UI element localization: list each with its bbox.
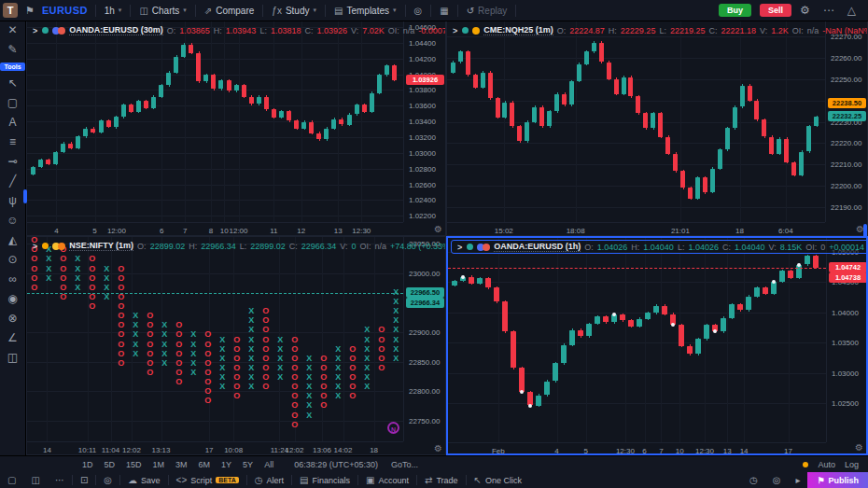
- expand-chevron-icon[interactable]: >: [457, 243, 462, 252]
- financials-button[interactable]: ▤Financials: [292, 472, 357, 488]
- axis-settings-gear-icon[interactable]: ⚙: [434, 443, 442, 453]
- cursor-tool[interactable]: ↖: [4, 77, 22, 91]
- account-button[interactable]: ▣Account: [358, 472, 416, 488]
- chart-plot[interactable]: [447, 21, 825, 222]
- candle-body: [562, 94, 567, 105]
- chart-plot[interactable]: [448, 238, 826, 442]
- axis-settings-gear-icon[interactable]: ⚙: [855, 442, 863, 453]
- symbol-link[interactable]: OANDA:EURUSD (30m): [69, 25, 163, 35]
- link-tool[interactable]: ∞: [4, 272, 22, 286]
- buy-button[interactable]: Buy: [719, 4, 751, 17]
- log-scale-button[interactable]: Log: [845, 460, 859, 469]
- replay-button[interactable]: ↺Replay: [460, 0, 514, 21]
- rectangle-tool[interactable]: ▢: [4, 96, 22, 110]
- multipane-icon[interactable]: ◫: [23, 472, 47, 488]
- layout-grid-icon[interactable]: ▢: [0, 472, 23, 488]
- trade-button[interactable]: ⇄Trade: [417, 472, 466, 488]
- trend-angle-tool[interactable]: ╱: [4, 174, 22, 188]
- chart-plot[interactable]: OOOOOOXXXXOOOOOOXXXXOOOOOOXXXXOOOOOOOOOO…: [27, 237, 403, 441]
- timezone-icon[interactable]: ◷: [742, 472, 765, 488]
- range-button-1y[interactable]: 1Y: [216, 460, 237, 469]
- range-button-6m[interactable]: 6M: [193, 460, 217, 469]
- sidebar-collapse-handle[interactable]: [23, 189, 27, 203]
- more-icon[interactable]: ⋯: [819, 4, 839, 17]
- crosshair-tool[interactable]: ✕: [4, 23, 22, 37]
- charts-menu[interactable]: ◫Charts▾: [133, 0, 192, 21]
- range-button-5d[interactable]: 5D: [99, 460, 121, 469]
- price-axis[interactable]: 22270.0022260.0022250.0022240.0022230.00…: [825, 21, 868, 222]
- settings-icon[interactable]: ⚙: [795, 4, 815, 17]
- shapes-tool[interactable]: ◭: [4, 233, 22, 247]
- templates-menu[interactable]: ▤Templates▾: [328, 0, 403, 21]
- fullscreen-icon[interactable]: ⊡: [73, 472, 95, 488]
- visibility-dot-icon[interactable]: [42, 243, 49, 249]
- pin-icon[interactable]: ◎: [765, 472, 789, 488]
- visibility-dot-icon[interactable]: [462, 27, 469, 34]
- video-icon[interactable]: ▸: [788, 472, 807, 488]
- emoji-tool[interactable]: ☺: [4, 214, 22, 228]
- measure-tool[interactable]: ∠: [4, 331, 22, 345]
- trendline-tool[interactable]: ✎: [4, 43, 22, 57]
- chart-plot[interactable]: [27, 21, 403, 222]
- goto-button[interactable]: GoTo...: [391, 460, 418, 469]
- time-axis[interactable]: 4512:006781012:0011121312:30: [27, 222, 403, 236]
- expand-chevron-icon[interactable]: >: [453, 26, 457, 35]
- alert-button[interactable]: ◷Alert: [247, 472, 291, 488]
- text-tool[interactable]: A: [4, 116, 22, 130]
- range-button-15d[interactable]: 15D: [120, 460, 147, 469]
- news-badge[interactable]: N: [387, 422, 399, 434]
- range-button-1m[interactable]: 1M: [147, 460, 171, 469]
- watchlist-flag-icon[interactable]: ⚑: [23, 5, 36, 17]
- compare-button[interactable]: ⇗Compare: [198, 0, 261, 21]
- clock-label[interactable]: 06:38:29 (UTC+05:30): [294, 460, 378, 469]
- symbol-link[interactable]: CME:NQH25 (1m): [483, 25, 553, 35]
- range-button-5y[interactable]: 5Y: [237, 460, 259, 469]
- visibility-dot-icon[interactable]: [42, 27, 49, 34]
- trash-tool[interactable]: ⊗: [4, 312, 22, 326]
- range-button-1d[interactable]: 1D: [77, 460, 99, 469]
- chart-panel-nqh25-1m[interactable]: 22270.0022260.0022250.0022240.0022230.00…: [446, 21, 868, 236]
- symbol-link[interactable]: NSE:NIFTY (1m): [69, 241, 133, 251]
- time-axis[interactable]: 15:0218:0821:01186:04: [447, 222, 825, 236]
- forecast-tool[interactable]: ⊸: [4, 155, 22, 169]
- time-axis[interactable]: 1410:1111:0412:0213:131710:0811:2412:021…: [27, 441, 403, 455]
- price-axis[interactable]: 1.050001.045001.040001.035001.030001.025…: [826, 238, 868, 442]
- patterns-tool[interactable]: ≡: [4, 135, 22, 149]
- pitchfork-tool[interactable]: ψ: [4, 194, 22, 208]
- sell-button[interactable]: Sell: [760, 4, 791, 17]
- visibility-dot-icon[interactable]: [467, 244, 473, 250]
- study-menu[interactable]: ƒxStudy▾: [265, 0, 323, 21]
- axis-settings-gear-icon[interactable]: ⚙: [434, 224, 442, 234]
- eye-tool[interactable]: ◉: [4, 292, 22, 306]
- candle-body: [710, 169, 715, 192]
- save-button[interactable]: ☁Save: [120, 472, 168, 488]
- candle-body: [763, 287, 768, 294]
- range-button-3m[interactable]: 3M: [170, 460, 193, 469]
- tradingview-logo[interactable]: T: [3, 3, 18, 18]
- report-button[interactable]: ▦: [433, 0, 455, 21]
- expand-chevron-icon[interactable]: >: [33, 26, 37, 35]
- auto-scale-button[interactable]: Auto: [818, 460, 835, 469]
- alert-bell-icon[interactable]: △: [843, 4, 861, 17]
- chart-panel-eurusd-30m[interactable]: 1.046001.044001.042001.040001.038001.036…: [26, 21, 446, 236]
- script-button[interactable]: <>ScriptBETA: [169, 472, 246, 488]
- price-axis[interactable]: 1.046001.044001.042001.040001.038001.036…: [403, 21, 446, 222]
- time-axis[interactable]: Feb4512:30671012:30131417: [448, 442, 826, 455]
- lock-tool[interactable]: ⊙: [4, 253, 22, 267]
- expand-chevron-icon[interactable]: >: [33, 242, 37, 251]
- chart-panel-nifty-1m[interactable]: OOOOOOXXXXOOOOOOXXXXOOOOOOXXXXOOOOOOOOOO…: [26, 236, 446, 455]
- range-button-all[interactable]: All: [259, 460, 279, 469]
- publish-button[interactable]: ⚑Publish: [807, 472, 868, 488]
- compare-layout-tool[interactable]: ◫: [4, 351, 22, 365]
- symbol-search-button[interactable]: EURUSD: [36, 5, 93, 16]
- interval-menu[interactable]: 1h▾: [98, 0, 129, 21]
- more-layouts-icon[interactable]: ⋯: [48, 472, 72, 488]
- chart-panel-eurusd-1h[interactable]: 1.050001.045001.040001.035001.030001.025…: [446, 236, 868, 455]
- one-click-button[interactable]: ↖One Click: [467, 472, 529, 488]
- screener-icon[interactable]: ◎: [96, 472, 119, 488]
- symbol-link[interactable]: OANDA:EURUSD (1h): [494, 242, 581, 252]
- price-axis[interactable]: 23050.0023000.0022900.0022850.0022800.00…: [403, 237, 446, 441]
- panel-resize-handle[interactable]: [863, 224, 867, 238]
- snapshot-button[interactable]: ◎: [408, 0, 429, 21]
- candle-body: [695, 177, 700, 199]
